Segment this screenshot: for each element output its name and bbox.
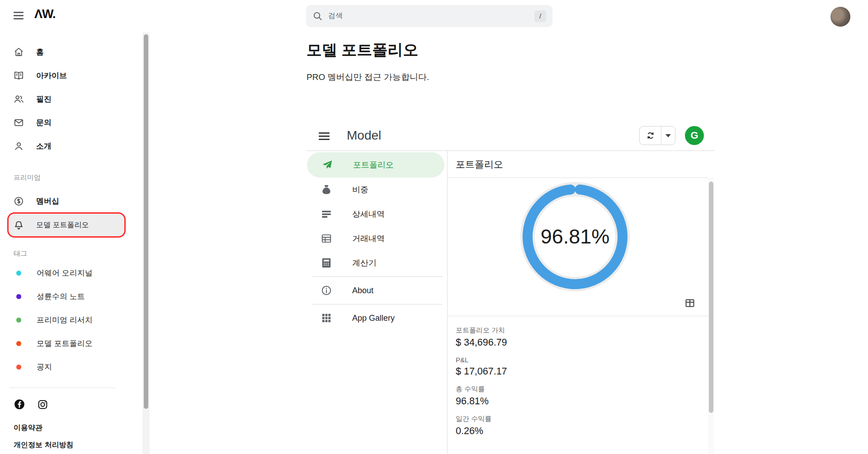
sidebar-item-archive[interactable]: 아카이브 [0, 66, 150, 85]
search-placeholder: 검색 [328, 11, 534, 21]
search-shortcut-badge: / [534, 10, 546, 22]
sidebar-item-home[interactable]: 홈 [0, 42, 150, 61]
widget-item-weights[interactable]: 비중 [306, 178, 447, 202]
sidebar-scrollbar[interactable] [142, 33, 150, 454]
person-icon [14, 141, 24, 151]
widget-account-avatar[interactable]: G [685, 126, 704, 145]
info-icon [321, 285, 332, 296]
menu-hamburger-icon[interactable] [14, 12, 24, 20]
chevron-down-icon [665, 134, 671, 137]
top-bar: ΛW. 검색 / [0, 0, 868, 33]
search-input[interactable]: 검색 / [306, 5, 552, 27]
sidebar-item-contact[interactable]: 문의 [0, 113, 150, 132]
dollar-circle-icon [14, 196, 24, 206]
site-logo[interactable]: ΛW. [34, 7, 56, 21]
widget-sidebar: 포트폴리오 비중 상세내역 거래내역 계산기 [306, 151, 448, 454]
refresh-dropdown-button[interactable] [661, 126, 675, 145]
table-icon [321, 233, 332, 244]
return-donut-chart: 96.81% [512, 173, 638, 300]
widget-item-transactions[interactable]: 거래내역 [306, 226, 447, 251]
donut-center-value: 96.81% [512, 173, 638, 300]
book-icon [14, 70, 24, 81]
facebook-icon[interactable] [14, 398, 25, 410]
widget-item-app-gallery[interactable]: App Gallery [306, 306, 447, 330]
sidebar-section-premium: 프리미엄 [0, 173, 150, 183]
widget-panel: 포트폴리오 96.81% 포트폴리오 가치 $ 34,696.79 [448, 151, 714, 454]
widget-refresh-group [639, 126, 675, 145]
footer-link-terms[interactable]: 이용약관 [14, 423, 150, 433]
sidebar-item-model-portfolio-selected[interactable]: 모델 포트폴리오 [7, 212, 126, 238]
panel-scrollbar-thumb[interactable] [709, 182, 713, 413]
panel-scrollbar[interactable] [708, 178, 714, 454]
tag-dot-red [16, 365, 21, 370]
people-icon [14, 94, 24, 104]
refresh-icon [646, 131, 656, 140]
sidebar: 홈 아카이브 필진 문의 소개 프리미엄 멤버십 모델 포트폴리오 태그 [0, 33, 150, 454]
social-links [14, 398, 150, 411]
sidebar-tag-premium-research[interactable]: 프리미엄 리서치 [0, 311, 150, 329]
tag-dot-purple [16, 294, 21, 299]
sidebar-tag-note[interactable]: 성륜수의 노트 [0, 287, 150, 305]
instagram-icon[interactable] [37, 399, 48, 410]
stat-portfolio-value: 포트폴리오 가치 $ 34,696.79 [456, 326, 708, 348]
sidebar-scrollbar-thumb[interactable] [144, 34, 148, 409]
sidebar-tag-aware-original[interactable]: 어웨어 오리지널 [0, 264, 150, 282]
widget-body: 포트폴리오 비중 상세내역 거래내역 계산기 [306, 151, 714, 454]
sidebar-item-about[interactable]: 소개 [0, 136, 150, 155]
tag-dot-cyan [16, 271, 21, 276]
stat-pnl: P&L $ 17,067.17 [456, 356, 708, 377]
table-view-icon[interactable] [684, 298, 695, 309]
page-title: 모델 포트폴리오 [307, 40, 418, 61]
sidebar-item-membership[interactable]: 멤버십 [0, 192, 150, 211]
widget-header: Model G [306, 122, 714, 151]
model-portfolio-widget: Model G 포트폴리오 비중 [306, 122, 714, 454]
sidebar-section-tags: 태그 [0, 249, 150, 258]
user-avatar[interactable] [830, 7, 850, 27]
widget-menu-divider [312, 304, 443, 304]
page: ΛW. 검색 / 홈 아카이브 필진 문의 소개 [0, 0, 868, 454]
tag-dot-green [16, 318, 21, 323]
paper-plane-icon [321, 159, 333, 171]
portfolio-gauge-card: 96.81% [448, 178, 708, 316]
widget-item-details[interactable]: 상세내역 [306, 202, 447, 226]
grid-icon [321, 312, 332, 324]
widget-item-calculator[interactable]: 계산기 [306, 251, 447, 275]
list-bars-icon [321, 208, 332, 220]
money-bag-icon [321, 184, 332, 196]
bell-icon [14, 220, 24, 230]
portfolio-stats: 포트폴리오 가치 $ 34,696.79 P&L $ 17,067.17 총 수… [448, 316, 708, 437]
stat-daily-return: 일간 수익률 0.26% [456, 415, 708, 437]
sidebar-item-writers[interactable]: 필진 [0, 89, 150, 108]
footer-link-privacy[interactable]: 개인정보 처리방침 [14, 440, 150, 450]
search-icon [312, 11, 323, 21]
tag-dot-orange [16, 341, 21, 346]
sidebar-divider [9, 388, 116, 388]
widget-item-portfolio[interactable]: 포트폴리오 [307, 152, 444, 178]
home-icon [14, 47, 24, 57]
refresh-button[interactable] [640, 126, 661, 145]
widget-menu-divider [312, 276, 443, 277]
widget-title: Model [347, 128, 381, 143]
sidebar-tag-notice[interactable]: 공지 [0, 358, 150, 376]
widget-menu-icon[interactable] [319, 132, 330, 140]
sidebar-tag-model-portfolio[interactable]: 모델 포트폴리오 [0, 334, 150, 352]
page-subtitle: PRO 멤버십만 접근 가능합니다. [307, 71, 429, 83]
widget-item-about[interactable]: About [306, 278, 447, 303]
stat-total-return: 총 수익률 96.81% [456, 385, 708, 407]
calculator-icon [321, 257, 332, 269]
mail-icon [14, 117, 24, 128]
